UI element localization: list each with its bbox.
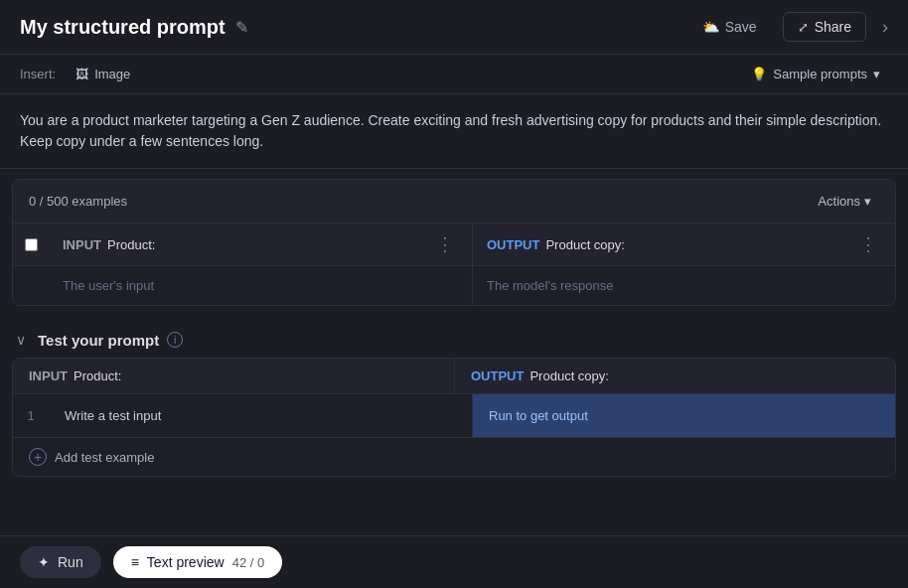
info-icon[interactable]: i: [167, 332, 183, 348]
checkbox-col: [13, 223, 49, 265]
examples-table-header-bar: 0 / 500 examples Actions ▾: [13, 180, 895, 223]
expand-icon[interactable]: ›: [882, 17, 888, 38]
select-all-checkbox[interactable]: [25, 238, 38, 251]
edit-icon[interactable]: ✎: [235, 18, 248, 37]
insert-image-button[interactable]: 🖼 Image: [68, 63, 138, 85]
output-col-header: OUTPUT Product copy: ⋮: [472, 223, 895, 265]
lines-icon: ≡: [131, 554, 139, 570]
placeholder-checkbox: [13, 266, 49, 305]
insert-left: Insert: 🖼 Image: [20, 63, 138, 85]
system-prompt-text[interactable]: You are a product marketer targeting a G…: [0, 94, 908, 169]
test-output-col-header: OUTPUT Product copy:: [454, 359, 895, 393]
add-test-example-row[interactable]: + Add test example: [13, 438, 895, 476]
test-table: INPUT Product: OUTPUT Product copy: 1 Wr…: [12, 358, 896, 477]
page-title: My structured prompt: [20, 16, 226, 39]
test-table-headers: INPUT Product: OUTPUT Product copy:: [13, 359, 895, 394]
output-placeholder: The model's response: [472, 266, 895, 305]
collapse-button[interactable]: ∨: [12, 330, 30, 350]
output-col-menu-icon[interactable]: ⋮: [855, 233, 881, 255]
share-icon: ⤢: [798, 20, 809, 35]
save-cloud-icon: ⛅: [702, 19, 719, 35]
top-bar: My structured prompt ✎ ⛅ Save ⤢ Share ›: [0, 0, 908, 55]
examples-column-headers: INPUT Product: ⋮ OUTPUT Product copy: ⋮: [13, 223, 895, 266]
insert-label: Insert:: [20, 67, 56, 81]
input-placeholder: The user's input: [49, 266, 472, 305]
token-count: 42 / 0: [232, 555, 265, 570]
share-button[interactable]: ⤢ Share: [783, 12, 866, 42]
test-input-col-header: INPUT Product:: [13, 359, 454, 393]
examples-section: 0 / 500 examples Actions ▾ INPUT Product…: [0, 179, 908, 318]
text-preview-button[interactable]: ≡ Text preview 42 / 0: [113, 546, 283, 578]
sample-prompts-button[interactable]: 💡 Sample prompts ▾: [743, 63, 888, 85]
test-row-output: Run to get output: [472, 394, 895, 437]
top-bar-left: My structured prompt ✎: [20, 16, 248, 39]
examples-table: 0 / 500 examples Actions ▾ INPUT Product…: [12, 179, 896, 306]
actions-button[interactable]: Actions ▾: [810, 190, 879, 213]
insert-bar: Insert: 🖼 Image 💡 Sample prompts ▾: [0, 55, 908, 94]
test-row-input[interactable]: Write a test input: [49, 394, 472, 437]
add-test-label: Add test example: [55, 450, 154, 465]
plus-circle-icon: +: [29, 448, 47, 466]
test-header: ∨ Test your prompt i: [12, 330, 896, 350]
test-row: 1 Write a test input Run to get output: [13, 394, 895, 438]
run-button[interactable]: ✦ Run: [20, 546, 101, 578]
examples-placeholder-row: The user's input The model's response: [13, 266, 895, 305]
test-section-title: Test your prompt: [38, 332, 159, 349]
image-icon: 🖼: [76, 67, 88, 81]
spark-icon: ✦: [38, 554, 50, 570]
input-col-menu-icon[interactable]: ⋮: [432, 233, 458, 255]
test-section: ∨ Test your prompt i INPUT Product: OUTP…: [0, 318, 908, 477]
actions-chevron-icon: ▾: [864, 194, 871, 209]
input-col-header: INPUT Product: ⋮: [49, 223, 472, 265]
bottom-bar: ✦ Run ≡ Text preview 42 / 0: [0, 535, 908, 588]
chevron-down-icon: ▾: [873, 67, 880, 81]
test-row-number: 1: [13, 394, 49, 437]
examples-count: 0 / 500 examples: [29, 194, 127, 209]
bulb-icon: 💡: [751, 67, 767, 81]
top-bar-right: ⛅ Save ⤢ Share ›: [692, 12, 888, 42]
save-button[interactable]: ⛅ Save: [692, 13, 767, 41]
